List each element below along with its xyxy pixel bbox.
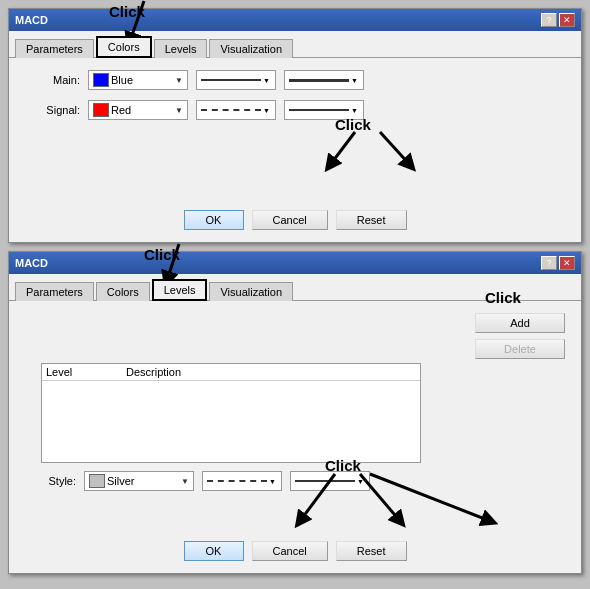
tab-colors-2[interactable]: Colors [96, 282, 150, 301]
main-color-swatch [93, 73, 109, 87]
style-color-arrow: ▼ [181, 477, 189, 486]
ok-button-1[interactable]: OK [184, 210, 244, 230]
levels-table: Level Description [41, 363, 421, 463]
style-label: Style: [41, 475, 76, 487]
delete-button[interactable]: Delete [475, 339, 565, 359]
add-button[interactable]: Add [475, 313, 565, 333]
signal-color-text: Red [111, 104, 131, 116]
tab-levels-1[interactable]: Levels [154, 39, 208, 58]
levels-content: Level Description Style: Silver ▼ [25, 363, 565, 501]
level-col-header: Level [46, 366, 126, 378]
style-color-dropdown[interactable]: Silver ▼ [84, 471, 194, 491]
tab-levels-2[interactable]: Levels [152, 279, 208, 301]
help-button-1[interactable]: ? [541, 13, 557, 27]
main-linestyle-dropdown[interactable]: ▼ [196, 70, 276, 90]
dialog-footer-1: OK Cancel Reset [9, 202, 581, 242]
cancel-button-2[interactable]: Cancel [252, 541, 328, 561]
main-color-dropdown[interactable]: Blue ▼ [88, 70, 188, 90]
main-color-text: Blue [111, 74, 133, 86]
dialog-title-2: MACD [15, 257, 48, 269]
close-button-2[interactable]: ✕ [559, 256, 575, 270]
main-row: Main: Blue ▼ ▼ ▼ [25, 70, 565, 90]
style-dashed-line [207, 480, 267, 482]
style-linestyle-dropdown[interactable]: ▼ [202, 471, 282, 491]
main-label: Main: [25, 74, 80, 86]
ok-button-2[interactable]: OK [184, 541, 244, 561]
title-bar-controls-1: ? ✕ [541, 13, 575, 27]
main-linewidth-arrow: ▼ [351, 77, 358, 84]
style-row: Style: Silver ▼ ▼ [41, 471, 549, 491]
style-linewidth-arrow: ▼ [357, 478, 364, 485]
main-solid-line [201, 79, 261, 81]
dialog-title-1: MACD [15, 14, 48, 26]
reset-button-1[interactable]: Reset [336, 210, 407, 230]
tab-parameters-2[interactable]: Parameters [15, 282, 94, 301]
dialog-macd-colors: MACD ? ✕ Parameters Colors Levels Visual… [8, 8, 582, 243]
style-linestyle-arrow: ▼ [269, 478, 276, 485]
signal-color-arrow: ▼ [175, 106, 183, 115]
main-linewidth-line [289, 79, 349, 82]
signal-linewidth-arrow: ▼ [351, 107, 358, 114]
dialog-macd-levels: MACD ? ✕ Parameters Colors Levels Visual… [8, 251, 582, 574]
cancel-button-1[interactable]: Cancel [252, 210, 328, 230]
style-color-swatch [89, 474, 105, 488]
signal-color-swatch [93, 103, 109, 117]
reset-button-2[interactable]: Reset [336, 541, 407, 561]
signal-row: Signal: Red ▼ ▼ ▼ [25, 100, 565, 120]
dialog-body-levels: Click Add Delete Level Description Style… [9, 301, 581, 533]
levels-table-header: Level Description [42, 364, 420, 381]
main-linestyle-arrow: ▼ [263, 77, 270, 84]
signal-dashed-line [201, 109, 261, 111]
help-button-2[interactable]: ? [541, 256, 557, 270]
tab-colors-1[interactable]: Colors [96, 36, 152, 58]
tab-visualization-1[interactable]: Visualization [209, 39, 293, 58]
signal-linewidth-line [289, 109, 349, 111]
dialog-footer-2: OK Cancel Reset [9, 533, 581, 573]
svg-line-3 [380, 132, 410, 165]
svg-line-2 [330, 132, 355, 165]
main-linewidth-dropdown[interactable]: ▼ [284, 70, 364, 90]
style-linewidth-dropdown[interactable]: ▼ [290, 471, 370, 491]
levels-left: Level Description Style: Silver ▼ [41, 363, 549, 501]
desc-col-header: Description [126, 366, 416, 378]
signal-linestyle-dropdown[interactable]: ▼ [196, 100, 276, 120]
tab-visualization-2[interactable]: Visualization [209, 282, 293, 301]
title-bar-controls-2: ? ✕ [541, 256, 575, 270]
signal-label: Signal: [25, 104, 80, 116]
signal-linewidth-dropdown[interactable]: ▼ [284, 100, 364, 120]
close-button-1[interactable]: ✕ [559, 13, 575, 27]
signal-linestyle-arrow: ▼ [263, 107, 270, 114]
style-color-text: Silver [107, 475, 135, 487]
style-linewidth-line [295, 480, 355, 482]
tabs-2: Parameters Colors Levels Visualization [9, 274, 581, 301]
dialog-body-colors: Main: Blue ▼ ▼ ▼ Signal: [9, 58, 581, 202]
tab-parameters-1[interactable]: Parameters [15, 39, 94, 58]
main-color-arrow: ▼ [175, 76, 183, 85]
title-bar-2: MACD ? ✕ [9, 252, 581, 274]
signal-color-dropdown[interactable]: Red ▼ [88, 100, 188, 120]
tabs-1: Parameters Colors Levels Visualization [9, 31, 581, 58]
title-bar-1: MACD ? ✕ [9, 9, 581, 31]
